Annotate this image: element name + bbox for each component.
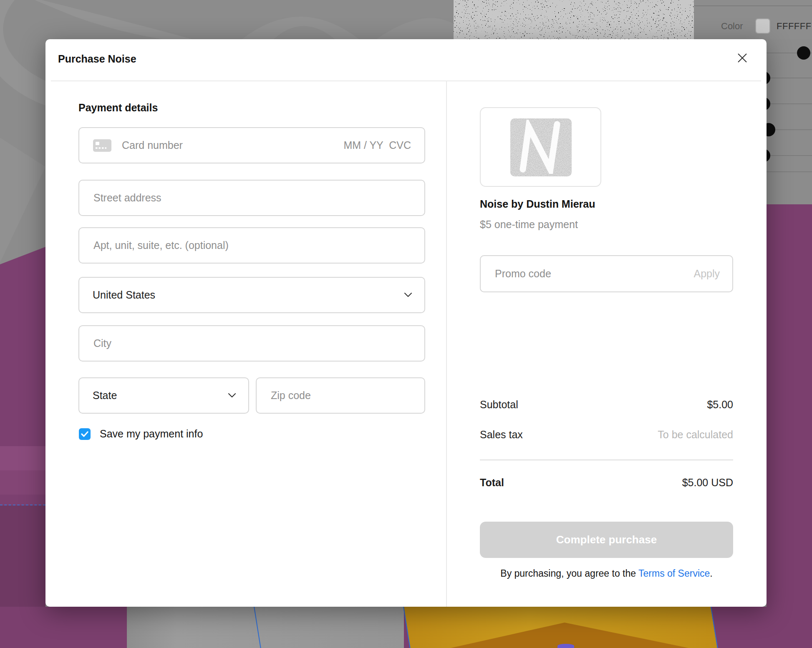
apt-unit-input[interactable] [93,239,411,252]
canvas-gray-artboard [127,607,404,648]
canvas-artwork-left [0,0,45,267]
terms-suffix: . [710,568,712,579]
summary-divider [480,460,733,460]
city-input[interactable] [93,337,411,350]
canvas-purple-shape-lower [0,505,45,616]
street-address-input[interactable] [93,191,411,204]
save-payment-info-label: Save my payment info [100,428,203,440]
color-property-row: Color FFFFFF [694,16,812,37]
total-value: $5.00 USD [682,477,733,489]
sales-tax-row: Sales tax To be calculated [480,429,733,441]
apt-unit-field[interactable] [78,227,425,264]
purchase-dialog: Purchase Noise Payment details MM / YY C… [45,39,767,607]
canvas-noise-texture-strip [454,0,694,39]
zip-code-input[interactable] [270,389,411,402]
street-address-field[interactable] [78,180,425,216]
promo-code-field[interactable]: Apply [480,255,733,292]
canvas-purple-shape-right [767,204,812,648]
canvas-purple-band [0,446,45,470]
plugin-slider-track [767,78,812,78]
canvas-purple-band [0,470,45,495]
save-payment-info-checkbox[interactable] [79,428,91,440]
state-select[interactable]: State [78,377,249,414]
close-button[interactable] [731,47,754,70]
color-swatch [755,18,770,34]
subtotal-row: Subtotal $5.00 [480,399,733,411]
complete-purchase-button[interactable]: Complete purchase [480,522,733,558]
card-expiry-cvc-placeholder[interactable]: MM / YY CVC [343,139,411,151]
credit-card-icon [93,139,111,152]
subtotal-label: Subtotal [480,399,518,411]
state-selected-value: State [93,389,117,402]
chevron-down-icon [404,293,412,297]
card-number-field[interactable]: MM / YY CVC [78,127,425,163]
column-divider [446,81,447,607]
card-number-input[interactable] [121,139,343,152]
save-payment-info-row: Save my payment info [79,428,203,440]
terms-prefix: By purchasing, you agree to the [500,568,638,579]
total-label: Total [480,477,504,489]
canvas-artwork-curves [0,0,456,39]
country-selected-value: United States [93,289,155,301]
properties-panel-dimmed: Color FFFFFF [694,0,812,39]
sales-tax-label: Sales tax [480,429,523,441]
panel-top-border [694,5,812,6]
product-price: $5 one-time payment [480,219,578,231]
product-card [480,107,601,187]
close-icon [736,52,748,64]
subtotal-value: $5.00 [707,399,733,411]
city-field[interactable] [78,325,425,362]
payment-details-heading: Payment details [78,102,158,114]
color-property-label: Color [721,21,743,32]
sales-tax-value: To be calculated [658,429,733,441]
product-name: Noise by Dustin Mierau [480,198,595,210]
plugin-slider-track [767,155,812,156]
product-thumbnail-noise-image [510,118,572,176]
chevron-down-icon [228,393,236,398]
total-row: Total $5.00 USD [480,477,733,489]
plugin-slider-track [767,103,812,104]
terms-note: By purchasing, you agree to the Terms of… [480,568,733,579]
canvas-dashed-guide-line [0,505,45,505]
header-divider [51,80,761,81]
zip-code-field[interactable] [256,377,425,414]
apply-promo-button[interactable]: Apply [693,268,720,280]
terms-of-service-link[interactable]: Terms of Service [638,568,710,579]
promo-code-input[interactable] [494,267,693,280]
canvas-small-blob [557,644,574,648]
checkmark-icon [81,431,88,437]
country-select[interactable]: United States [78,277,425,313]
plugin-slider-track [767,171,812,172]
color-hex-value: FFFFFF [777,21,812,32]
plugin-slider-knob [797,46,810,60]
dialog-title: Purchase Noise [58,53,136,65]
